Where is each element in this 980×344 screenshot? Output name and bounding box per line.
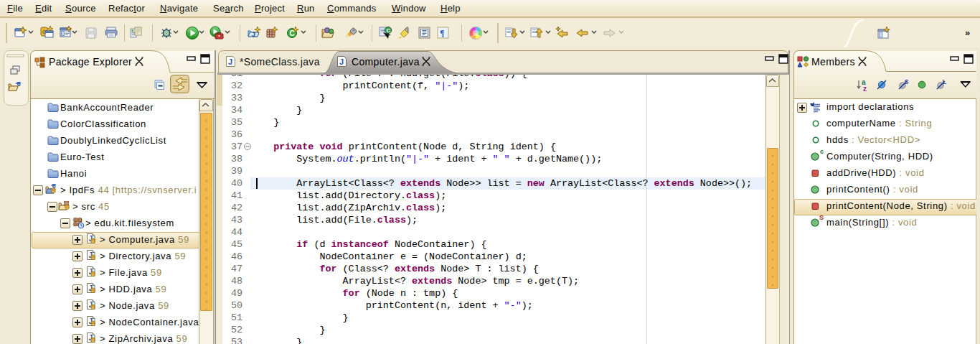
svg-text:J: J — [252, 31, 255, 38]
svg-text:J: J — [339, 57, 344, 66]
svg-text:C: C — [387, 27, 391, 34]
svg-text:J: J — [228, 57, 232, 66]
svg-text:¶: ¶ — [440, 28, 444, 38]
svg-text:S: S — [819, 214, 824, 221]
svg-text:»: » — [965, 27, 970, 38]
svg-text:c: c — [820, 148, 824, 155]
svg-text:C: C — [290, 29, 295, 37]
svg-text:J: J — [17, 80, 21, 88]
svg-text:z: z — [863, 85, 867, 93]
